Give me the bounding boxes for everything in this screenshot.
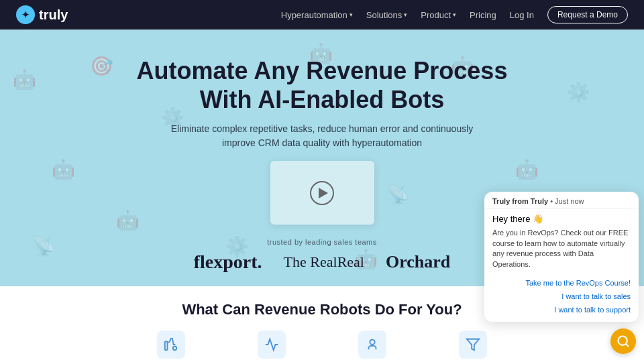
chat-open-button[interactable]	[610, 328, 636, 354]
chat-actions: Take me to the RevOps Course! I want to …	[484, 275, 639, 322]
nav-solutions-label: Solutions	[366, 10, 402, 20]
chat-sender-name: Truly from Truly	[492, 197, 548, 205]
video-preview[interactable]	[270, 161, 374, 225]
build-segments-icon	[358, 330, 386, 359]
chat-body: Hey there 👋 Are you in RevOps? Check out…	[484, 208, 639, 275]
nav-hyperautomation[interactable]: Hyperautomation ▾	[281, 10, 353, 20]
hero-subtitle: Eliminate complex repetitive tasks, redu…	[13, 122, 631, 150]
nav-login[interactable]: Log In	[510, 10, 534, 20]
chat-action-support[interactable]: I want to talk to support	[492, 304, 631, 315]
chevron-down-icon: ▾	[453, 11, 456, 18]
logo-icon: ✦	[16, 5, 35, 24]
chat-action-sales[interactable]: I want to talk to sales	[492, 291, 631, 302]
feature-enrich-validate[interactable]: Enrich & ValidateContact Info	[235, 330, 309, 362]
nav-pricing-label: Pricing	[470, 10, 496, 20]
features-row: AutomateProspecting Enrich & ValidateCon…	[27, 330, 617, 362]
hero-title-line1: Automate Any Revenue Process	[137, 57, 508, 84]
feature-eliminate-crm[interactable]: Eliminate ManualCRM Updates	[436, 330, 510, 362]
nav-product-label: Product	[421, 10, 451, 20]
navbar-nav: Hyperautomation ▾ Solutions ▾ Product ▾ …	[281, 6, 628, 23]
chat-timestamp: • Just now	[550, 197, 584, 205]
hero-title: Automate Any Revenue Process With AI-Ena…	[13, 56, 631, 114]
nav-product[interactable]: Product ▾	[421, 10, 456, 20]
flexport-logo: flexport.	[194, 251, 262, 273]
svg-line-5	[626, 344, 629, 347]
navbar: ✦ truly Hyperautomation ▾ Solutions ▾ Pr…	[0, 0, 644, 29]
svg-marker-3	[467, 339, 479, 351]
play-icon	[319, 188, 328, 198]
chevron-down-icon: ▾	[350, 11, 353, 18]
chat-action-revops[interactable]: Take me to the RevOps Course!	[492, 278, 631, 288]
play-button[interactable]	[310, 181, 334, 205]
chat-greeting: Hey there 👋	[492, 214, 631, 224]
request-demo-button[interactable]: Request a Demo	[547, 6, 628, 23]
nav-solutions[interactable]: Solutions ▾	[366, 10, 407, 20]
svg-rect-0	[165, 342, 168, 351]
svg-point-1	[173, 347, 177, 351]
logo-text: truly	[39, 7, 68, 23]
svg-point-2	[370, 340, 374, 345]
logo[interactable]: ✦ truly	[16, 5, 68, 24]
feature-automate-prospecting[interactable]: AutomateProspecting	[134, 330, 208, 362]
nav-hyperautomation-label: Hyperautomation	[281, 10, 347, 20]
feature-build-segments[interactable]: Build Segments &Orchestrate Journeys	[335, 330, 409, 362]
chat-message: Are you in RevOps? Check out our FREE co…	[492, 228, 631, 269]
enrich-validate-icon	[258, 330, 286, 359]
orchard-logo: Orchard	[386, 252, 450, 272]
chevron-down-icon: ▾	[404, 11, 407, 18]
hero-title-line2: With AI-Enabled Bots	[200, 86, 444, 113]
eliminate-crm-icon	[459, 330, 487, 359]
chat-widget: Truly from Truly • Just now Hey there 👋 …	[484, 192, 639, 322]
nav-pricing[interactable]: Pricing	[470, 10, 496, 20]
therealreal-logo: The RealReal	[284, 253, 364, 271]
chat-header: Truly from Truly • Just now	[484, 192, 639, 208]
automate-prospecting-icon	[157, 330, 185, 359]
